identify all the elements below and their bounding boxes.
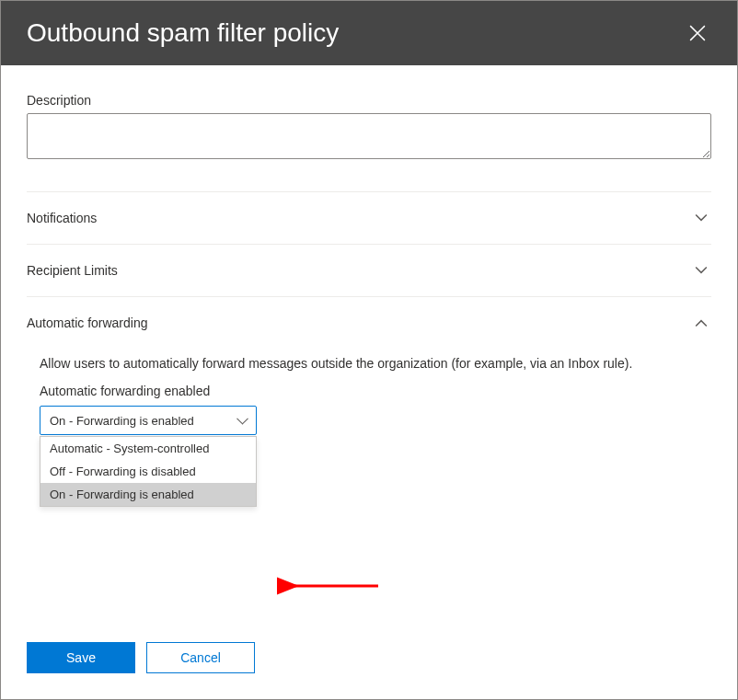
panel-title: Outbound spam filter policy xyxy=(27,18,339,48)
policy-panel: Outbound spam filter policy Description … xyxy=(0,0,738,700)
panel-header: Outbound spam filter policy xyxy=(1,1,737,65)
close-icon xyxy=(689,25,706,41)
forwarding-option-automatic[interactable]: Automatic - System-controlled xyxy=(40,437,256,460)
forwarding-option-on[interactable]: On - Forwarding is enabled xyxy=(40,483,256,506)
chevron-up-icon xyxy=(695,316,708,329)
forwarding-select[interactable]: On - Forwarding is enabled xyxy=(40,406,257,435)
panel-body: Description Notifications Recipient Limi… xyxy=(1,65,737,642)
expand-notifications-button[interactable] xyxy=(691,208,711,228)
chevron-down-icon xyxy=(695,264,708,277)
forwarding-option-off[interactable]: Off - Forwarding is disabled xyxy=(40,460,256,483)
forwarding-select-value: On - Forwarding is enabled xyxy=(50,414,194,428)
section-notifications[interactable]: Notifications xyxy=(27,192,711,244)
expand-recipient-limits-button[interactable] xyxy=(691,260,711,281)
collapse-automatic-forwarding-button[interactable] xyxy=(691,313,711,333)
close-button[interactable] xyxy=(684,19,711,47)
section-recipient-limits-title: Recipient Limits xyxy=(27,263,118,278)
save-button[interactable]: Save xyxy=(27,642,135,673)
section-notifications-title: Notifications xyxy=(27,211,97,225)
section-automatic-forwarding-title: Automatic forwarding xyxy=(27,316,148,330)
forwarding-select-wrap: On - Forwarding is enabled Automatic - S… xyxy=(40,406,257,435)
forwarding-dropdown: Automatic - System-controlled Off - Forw… xyxy=(40,436,257,507)
section-automatic-forwarding[interactable]: Automatic forwarding xyxy=(27,297,711,349)
panel-footer: Save Cancel xyxy=(1,642,737,699)
automatic-forwarding-description: Allow users to automatically forward mes… xyxy=(40,356,711,371)
description-textarea[interactable] xyxy=(27,113,711,159)
cancel-button[interactable]: Cancel xyxy=(146,642,255,673)
annotation-arrow-icon xyxy=(277,572,387,600)
automatic-forwarding-content: Allow users to automatically forward mes… xyxy=(27,356,711,435)
automatic-forwarding-field-label: Automatic forwarding enabled xyxy=(40,384,711,398)
chevron-down-icon xyxy=(695,212,708,224)
description-label: Description xyxy=(27,93,711,108)
section-recipient-limits[interactable]: Recipient Limits xyxy=(27,245,711,296)
